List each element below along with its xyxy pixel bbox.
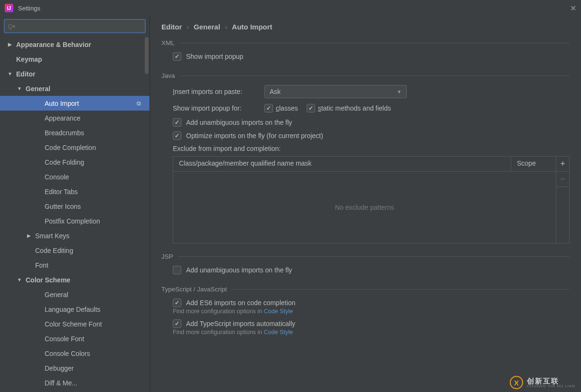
sidebar-item-breadcrumbs[interactable]: Breadcrumbs (0, 125, 150, 140)
checkbox-label: Add unambiguous imports on the fly (186, 266, 292, 274)
hint-text: Find more configuration options in Code … (173, 329, 570, 336)
chevron-right-icon: › (187, 23, 189, 31)
arrow-icon: ▶ (7, 42, 13, 47)
insert-paste-select[interactable]: Ask ▼ (264, 85, 407, 98)
sidebar-item-editor-tabs[interactable]: Editor Tabs (0, 184, 150, 199)
watermark-cn: 创新互联 (527, 377, 575, 384)
sidebar-item-label: Code Editing (35, 247, 73, 254)
chevron-down-icon: ▼ (397, 89, 402, 94)
sidebar-item-label: Console Font (45, 335, 84, 343)
sidebar-item-label: Editor Tabs (45, 188, 78, 196)
sidebar-item-editor[interactable]: ▼Editor (0, 66, 150, 81)
sidebar-item-smart-keys[interactable]: ▶Smart Keys (0, 228, 150, 243)
sidebar-item-label: Smart Keys (35, 232, 69, 240)
insert-paste-label: Insert imports on paste: (173, 88, 256, 95)
exclude-table: Class/package/member qualified name mask… (173, 156, 556, 243)
empty-text: No exclude patterns (335, 204, 394, 211)
hint-text: Find more configuration options in Code … (173, 308, 570, 315)
arrow-icon: ▶ (26, 233, 32, 238)
sidebar-item-appearance-behavior[interactable]: ▶Appearance & Behavior (0, 37, 150, 52)
xml-show-popup-checkbox[interactable] (173, 52, 181, 61)
search-input[interactable] (18, 23, 142, 30)
arrow-icon: ▼ (16, 86, 23, 91)
sidebar-item-appearance[interactable]: Appearance (0, 111, 150, 125)
remove-button: − (556, 172, 569, 187)
code-style-link[interactable]: Code Style (264, 308, 293, 315)
sidebar-item-code-folding[interactable]: Code Folding (0, 155, 150, 169)
sidebar-item-label: Appearance & Behavior (16, 41, 91, 48)
column-header[interactable]: Class/package/member qualified name mask (173, 157, 511, 171)
checkbox-label: Add ES6 imports on code completion (186, 299, 295, 307)
section-ts: TypeScript / JavaScript (161, 286, 570, 293)
sidebar-item-label: Gutter Icons (45, 203, 81, 210)
main-panel: Editor › General › Auto Import XML Show … (150, 16, 581, 392)
sidebar-item-debugger[interactable]: Debugger (0, 361, 150, 375)
jsp-add-unambiguous-checkbox[interactable] (173, 266, 181, 274)
static-methods-checkbox[interactable] (307, 104, 315, 112)
sidebar-item-gutter-icons[interactable]: Gutter Icons (0, 199, 150, 214)
sidebar-item-code-editing[interactable]: Code Editing (0, 243, 150, 258)
code-style-link[interactable]: Code Style (264, 329, 293, 336)
sidebar-item-label: Code Folding (45, 159, 84, 166)
watermark-icon: X (510, 376, 523, 389)
sidebar-item-diff-me-[interactable]: Diff & Me... (0, 375, 150, 390)
section-java: Java (161, 72, 570, 79)
sidebar-item-auto-import[interactable]: Auto Import⧉ (0, 96, 150, 111)
sidebar-item-label: Console (45, 173, 69, 181)
breadcrumb-item[interactable]: Editor (161, 23, 182, 31)
watermark: X 创新互联 CHUANG XIN HU LIAN (510, 376, 575, 389)
watermark-en: CHUANG XIN HU LIAN (527, 384, 575, 388)
add-button[interactable]: + (556, 157, 569, 172)
sidebar-item-label: General (45, 291, 68, 299)
checkbox-label: Show import popup (186, 53, 244, 60)
checkbox-label: Add unambiguous imports on the fly (186, 119, 292, 126)
select-value: Ask (270, 88, 281, 95)
section-jsp: JSP (161, 253, 570, 260)
arrow-icon: ▼ (7, 71, 13, 76)
column-header[interactable]: Scope (511, 157, 556, 171)
checkbox-label: classes (276, 104, 298, 112)
sidebar-item-label: Breadcrumbs (45, 129, 84, 137)
sidebar-item-console-colors[interactable]: Console Colors (0, 346, 150, 361)
sidebar-item-font[interactable]: Font (0, 258, 150, 272)
sidebar-item-label: Diff & Me... (45, 379, 77, 387)
sidebar-item-label: Console Colors (45, 350, 90, 357)
settings-tree[interactable]: ▶Appearance & BehaviorKeymap▼Editor▼Gene… (0, 37, 150, 392)
search-box[interactable]: Q▾ (4, 19, 146, 33)
sidebar-item-general[interactable]: ▼General (0, 81, 150, 96)
sidebar-item-label: Auto Import (45, 100, 79, 107)
sidebar-item-console-font[interactable]: Console Font (0, 331, 150, 346)
optimize-imports-checkbox[interactable] (173, 131, 181, 140)
add-unambiguous-checkbox[interactable] (173, 118, 181, 127)
sidebar-item-keymap[interactable]: Keymap (0, 52, 150, 66)
sidebar-item-language-defaults[interactable]: Language Defaults (0, 302, 150, 317)
checkbox-label: static methods and fields (318, 104, 391, 112)
exclude-label: Exclude from import and completion: (173, 145, 281, 152)
arrow-icon: ▼ (16, 277, 23, 282)
breadcrumb-item[interactable]: General (194, 23, 220, 31)
sidebar-item-console[interactable]: Console (0, 169, 150, 184)
sidebar-item-label: Debugger (45, 364, 74, 372)
sidebar: Q▾ ▶Appearance & BehaviorKeymap▼Editor▼G… (0, 16, 150, 392)
sidebar-item-label: Code Completion (45, 144, 96, 151)
sidebar-item-color-scheme-font[interactable]: Color Scheme Font (0, 317, 150, 331)
add-ts-checkbox[interactable] (173, 319, 181, 328)
classes-checkbox[interactable] (264, 104, 273, 112)
section-title: Java (161, 72, 175, 79)
sidebar-item-label: Keymap (16, 56, 42, 63)
sidebar-item-color-scheme[interactable]: ▼Color Scheme (0, 272, 150, 287)
section-xml: XML (161, 39, 570, 47)
sidebar-item-general[interactable]: General (0, 287, 150, 302)
breadcrumb-item: Auto Import (232, 23, 272, 31)
titlebar: IJ Settings ✕ (0, 0, 581, 16)
window-title: Settings (18, 5, 40, 12)
sidebar-item-code-completion[interactable]: Code Completion (0, 140, 150, 155)
scrollbar[interactable] (145, 37, 149, 74)
sidebar-item-label: Postfix Completion (45, 217, 100, 225)
app-icon: IJ (5, 4, 13, 12)
sidebar-item-label: Color Scheme (26, 276, 70, 284)
close-icon[interactable]: ✕ (570, 4, 576, 13)
add-es6-checkbox[interactable] (173, 299, 181, 307)
copy-icon[interactable]: ⧉ (137, 100, 141, 107)
sidebar-item-postfix-completion[interactable]: Postfix Completion (0, 214, 150, 228)
